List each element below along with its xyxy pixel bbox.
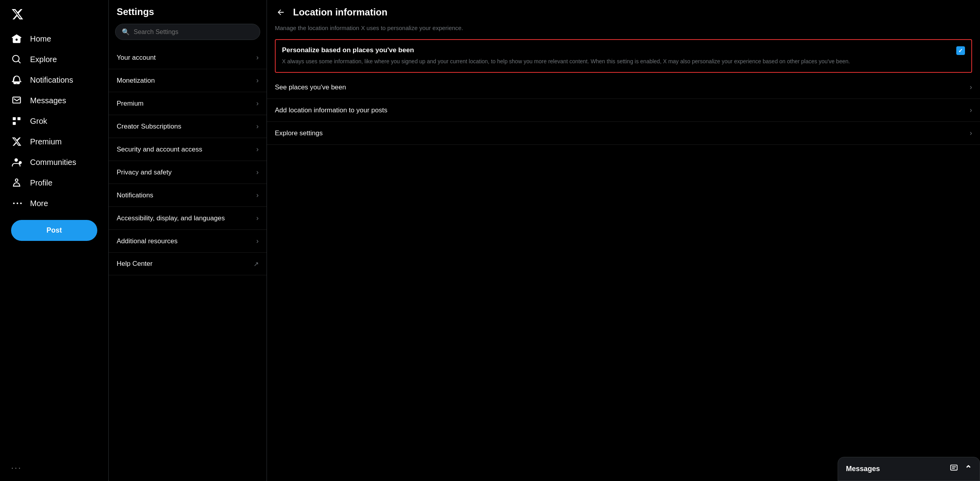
sidebar-item-premium-label: Premium [30, 137, 62, 146]
search-icon: 🔍 [122, 28, 130, 36]
explore-settings-label: Explore settings [275, 129, 323, 137]
settings-item-premium[interactable]: Premium › [109, 92, 267, 115]
settings-item-help[interactable]: Help Center ↗ [109, 253, 267, 275]
settings-item-your-account[interactable]: Your account › [109, 46, 267, 69]
location-panel: Location information Manage the location… [267, 0, 980, 481]
sidebar-item-communities[interactable]: Communities [5, 152, 104, 172]
sidebar-item-communities-label: Communities [30, 158, 76, 167]
x-logo-icon [11, 8, 24, 21]
settings-item-monetization[interactable]: Monetization › [109, 69, 267, 92]
compose-message-icon[interactable] [950, 464, 958, 474]
more-icon [11, 198, 22, 209]
premium-icon [11, 136, 22, 147]
messages-bar-actions: ⌃ [950, 464, 972, 474]
location-options: See places you've been › Add location in… [267, 76, 980, 145]
chevron-right-icon: › [256, 168, 259, 176]
messages-bar-title: Messages [846, 465, 880, 473]
chevron-right-icon: › [970, 129, 972, 137]
location-header: Location information [267, 0, 980, 25]
sidebar-item-profile[interactable]: Profile [5, 172, 104, 193]
settings-list: Your account › Monetization › Premium › … [109, 46, 267, 481]
settings-item-security[interactable]: Security and account access › [109, 138, 267, 161]
sidebar-item-home[interactable]: Home [5, 28, 104, 49]
home-icon [11, 33, 22, 44]
settings-item-help-label: Help Center [117, 260, 153, 268]
chevron-right-icon: › [970, 83, 972, 91]
personalize-description: X always uses some information, like whe… [282, 57, 950, 66]
sidebar-item-explore-label: Explore [30, 55, 57, 64]
profile-icon [11, 177, 22, 188]
sidebar-item-profile-label: Profile [30, 178, 53, 187]
back-arrow-icon [276, 8, 285, 17]
post-button[interactable]: Post [11, 220, 97, 241]
personalize-checkbox[interactable] [956, 46, 965, 55]
settings-search-input[interactable] [134, 28, 254, 36]
chevron-right-icon: › [256, 237, 259, 245]
settings-item-privacy[interactable]: Privacy and safety › [109, 161, 267, 184]
sidebar-item-notifications-label: Notifications [30, 76, 73, 85]
chevron-right-icon: › [256, 53, 259, 62]
location-title: Location information [293, 7, 388, 18]
personalize-box: Personalize based on places you've been … [275, 39, 972, 73]
external-link-icon: ↗ [254, 260, 259, 268]
sidebar-item-messages-label: Messages [30, 96, 66, 105]
chevron-right-icon: › [256, 76, 259, 85]
settings-search-bar[interactable]: 🔍 [115, 24, 260, 40]
messages-icon [11, 95, 22, 106]
sidebar-item-notifications[interactable]: Notifications [5, 70, 104, 90]
chevron-right-icon: › [256, 122, 259, 131]
sidebar-item-explore[interactable]: Explore [5, 49, 104, 70]
settings-item-monetization-label: Monetization [117, 77, 155, 85]
sidebar-item-more-label: More [30, 199, 48, 208]
settings-item-your-account-label: Your account [117, 54, 156, 62]
x-logo[interactable] [5, 3, 104, 27]
chevron-right-icon: › [256, 145, 259, 153]
settings-panel: Settings 🔍 Your account › Monetization ›… [109, 0, 267, 481]
sidebar: Home Explore Notifications Messages Grok… [0, 0, 109, 481]
communities-icon [11, 157, 22, 168]
settings-item-additional-label: Additional resources [117, 237, 178, 245]
sidebar-item-messages[interactable]: Messages [5, 90, 104, 111]
settings-item-accessibility[interactable]: Accessibility, display, and languages › [109, 207, 267, 230]
settings-item-creator-subscriptions[interactable]: Creator Subscriptions › [109, 115, 267, 138]
svg-rect-0 [13, 117, 16, 120]
settings-item-security-label: Security and account access [117, 146, 202, 153]
location-option-see-places[interactable]: See places you've been › [267, 76, 980, 99]
settings-item-notifications[interactable]: Notifications › [109, 184, 267, 207]
explore-icon [11, 54, 22, 65]
chevron-right-icon: › [970, 106, 972, 114]
settings-item-notifications-label: Notifications [117, 191, 153, 199]
messages-bar: Messages ⌃ [838, 457, 980, 481]
sidebar-item-grok[interactable]: Grok [5, 111, 104, 131]
svg-rect-1 [17, 117, 21, 120]
chevron-right-icon: › [256, 99, 259, 108]
personalize-content: Personalize based on places you've been … [282, 46, 950, 66]
settings-item-accessibility-label: Accessibility, display, and languages [117, 214, 225, 222]
personalize-title: Personalize based on places you've been [282, 46, 950, 54]
sidebar-more-dots: ··· [5, 458, 104, 478]
add-location-label: Add location information to your posts [275, 106, 387, 114]
settings-item-premium-label: Premium [117, 100, 144, 108]
sidebar-item-home-label: Home [30, 34, 51, 44]
settings-item-privacy-label: Privacy and safety [117, 169, 172, 176]
chevron-right-icon: › [256, 191, 259, 199]
back-button[interactable] [275, 6, 287, 18]
settings-item-creator-subscriptions-label: Creator Subscriptions [117, 123, 181, 131]
settings-item-additional[interactable]: Additional resources › [109, 230, 267, 253]
sidebar-item-more[interactable]: More [5, 193, 104, 214]
location-subtitle: Manage the location information X uses t… [267, 25, 980, 39]
grok-icon [11, 116, 22, 127]
sidebar-item-grok-label: Grok [30, 117, 47, 126]
chevron-right-icon: › [256, 214, 259, 222]
location-option-add-location[interactable]: Add location information to your posts › [267, 99, 980, 122]
svg-rect-2 [13, 122, 16, 125]
see-places-label: See places you've been [275, 83, 346, 91]
settings-title: Settings [109, 0, 267, 24]
sidebar-item-premium[interactable]: Premium [5, 131, 104, 152]
bell-icon [11, 74, 22, 85]
chevron-up-icon[interactable]: ⌃ [965, 464, 972, 474]
location-option-explore-settings[interactable]: Explore settings › [267, 122, 980, 145]
